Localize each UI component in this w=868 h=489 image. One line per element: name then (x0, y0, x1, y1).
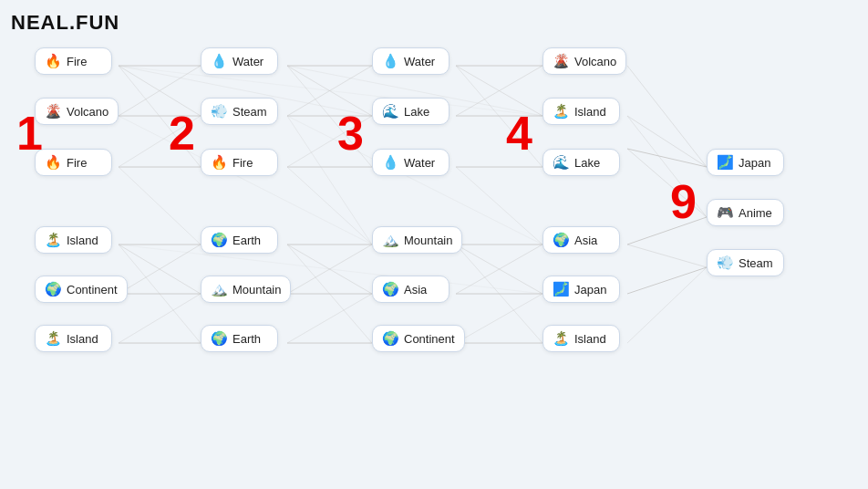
island-emoji-4: 🏝️ (553, 330, 570, 347)
fire-emoji-3: 🔥 (211, 154, 228, 171)
svg-line-59 (119, 244, 542, 294)
node-label: Mountain (232, 283, 281, 297)
node-mountain-1[interactable]: 🏔️ Mountain (201, 276, 291, 303)
svg-line-46 (627, 116, 707, 167)
node-island-1[interactable]: 🏝️ Island (35, 226, 112, 254)
water-emoji-1: 💧 (211, 53, 228, 69)
svg-line-57 (287, 116, 542, 244)
node-label: Island (574, 332, 606, 346)
asia-emoji-1: 🌍 (382, 281, 399, 297)
node-water-2[interactable]: 💧 Water (372, 47, 450, 75)
node-fire-1[interactable]: 🔥 Fire (35, 47, 112, 75)
island-emoji-2: 🏝️ (45, 330, 62, 347)
node-continent-2[interactable]: 🌍 Continent (372, 325, 465, 352)
col-label-3: 3 (337, 109, 364, 157)
logo: NEAL.FUN (11, 11, 119, 35)
japan-emoji-1: 🗾 (553, 281, 570, 297)
node-label: Water (404, 55, 435, 68)
node-label: Earth (232, 234, 261, 247)
svg-line-47 (627, 149, 707, 167)
col-label-4: 4 (506, 109, 532, 157)
node-asia-2[interactable]: 🌍 Asia (542, 226, 620, 254)
node-label: Fire (232, 156, 253, 170)
col-label-9: 9 (670, 178, 697, 225)
col-label-2: 2 (169, 109, 195, 157)
lake-emoji-2: 🌊 (553, 154, 570, 171)
svg-line-41 (456, 244, 542, 294)
node-continent-1[interactable]: 🌍 Continent (35, 276, 128, 303)
svg-line-13 (119, 294, 201, 343)
svg-line-51 (627, 267, 707, 294)
node-label: Earth (232, 332, 261, 346)
steam-emoji-2: 💨 (717, 255, 734, 271)
node-label: Lake (574, 156, 600, 170)
node-fire-2[interactable]: 🔥 Fire (35, 149, 112, 176)
mountain-emoji-2: 🏔️ (382, 232, 399, 248)
node-label: Volcano (574, 55, 616, 68)
node-label: Anime (739, 206, 772, 220)
node-label: Mountain (404, 234, 452, 247)
node-steam-1[interactable]: 💨 Steam (201, 98, 278, 125)
svg-line-14 (119, 167, 201, 244)
node-earth-2[interactable]: 🌍 Earth (201, 325, 278, 352)
node-label: Lake (404, 105, 429, 119)
node-label: Fire (67, 55, 87, 68)
node-earth-1[interactable]: 🌍 Earth (201, 226, 278, 254)
svg-line-50 (627, 244, 707, 267)
node-japan-2[interactable]: 🗾 Japan (707, 149, 784, 176)
fire-emoji-1: 🔥 (45, 53, 62, 69)
earth-emoji-1: 🌍 (211, 232, 228, 248)
svg-line-12 (119, 244, 201, 343)
node-label: Japan (574, 283, 606, 297)
node-lake-1[interactable]: 🌊 Lake (372, 98, 450, 125)
node-fire-3[interactable]: 🔥 Fire (201, 149, 278, 176)
node-label: Fire (67, 156, 87, 170)
node-mountain-2[interactable]: 🏔️ Mountain (372, 226, 462, 254)
node-label: Water (404, 156, 435, 170)
svg-line-28 (287, 294, 372, 343)
node-volcano-2[interactable]: 🌋 Volcano (542, 47, 626, 75)
svg-line-43 (456, 294, 542, 343)
svg-line-44 (456, 167, 542, 244)
japan-emoji-2: 🗾 (717, 154, 734, 171)
node-label: Steam (232, 105, 267, 119)
asia-emoji-2: 🌍 (553, 232, 570, 248)
node-island-4[interactable]: 🏝️ Island (542, 325, 620, 352)
node-water-3[interactable]: 💧 Water (372, 149, 450, 176)
earth-emoji-2: 🌍 (211, 330, 228, 347)
node-label: Island (574, 105, 606, 119)
svg-line-10 (119, 244, 201, 294)
node-label: Continent (404, 332, 455, 346)
volcano-emoji-2: 🌋 (553, 53, 570, 69)
svg-line-29 (287, 167, 372, 244)
node-island-2[interactable]: 🏝️ Island (35, 325, 112, 352)
svg-line-45 (627, 66, 707, 167)
fire-emoji-2: 🔥 (45, 154, 62, 171)
island-emoji-3: 🏝️ (553, 103, 570, 120)
node-label: Volcano (67, 105, 108, 119)
node-label: Island (67, 332, 98, 346)
node-water-1[interactable]: 💧 Water (201, 47, 278, 75)
svg-line-55 (119, 116, 372, 244)
node-volcano-1[interactable]: 🌋 Volcano (35, 98, 119, 125)
svg-line-11 (119, 244, 201, 294)
node-label: Asia (574, 234, 597, 247)
node-lake-2[interactable]: 🌊 Lake (542, 149, 620, 176)
volcano-emoji-1: 🌋 (45, 103, 62, 120)
node-asia-1[interactable]: 🌍 Asia (372, 276, 450, 303)
steam-emoji-1: 💨 (211, 103, 228, 120)
island-emoji-1: 🏝️ (45, 232, 62, 248)
node-island-3[interactable]: 🏝️ Island (542, 98, 620, 125)
node-anime-1[interactable]: 🎮 Anime (707, 199, 784, 226)
node-steam-2[interactable]: 💨 Steam (707, 249, 784, 276)
continent-emoji-1: 🌍 (45, 281, 62, 297)
node-label: Japan (739, 156, 770, 170)
node-japan-1[interactable]: 🗾 Japan (542, 276, 620, 303)
svg-line-26 (287, 244, 372, 294)
water-emoji-2: 💧 (382, 53, 399, 69)
continent-emoji-2: 🌍 (382, 330, 399, 347)
svg-line-27 (287, 244, 372, 343)
mountain-emoji-1: 🏔️ (211, 281, 228, 297)
svg-line-40 (456, 244, 542, 294)
node-label: Asia (404, 283, 427, 297)
